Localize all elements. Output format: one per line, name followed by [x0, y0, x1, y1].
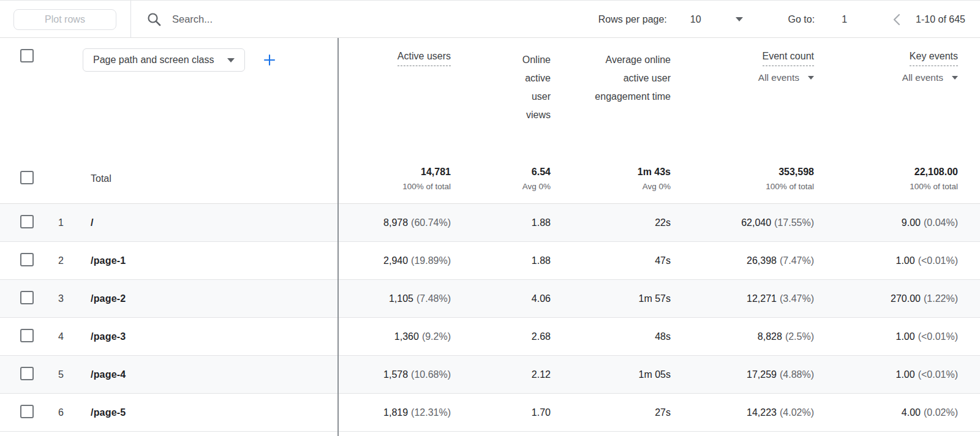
column-header-active-users[interactable]: Active users [338, 38, 451, 66]
row-checkbox[interactable] [20, 329, 34, 342]
metric-cell: 1.00(<0.01%) [814, 331, 980, 342]
metric-cell: 9.00(0.04%) [814, 217, 980, 228]
table-row: 3/page-21,105(7.48%)4.061m 57s12,271(3.4… [0, 280, 980, 318]
row-checkbox-cell [0, 329, 47, 345]
row-index: 1 [47, 217, 75, 228]
metric-cell: 8,978(60.74%) [338, 217, 451, 228]
row-checkbox[interactable] [20, 405, 34, 418]
search-bar [147, 1, 429, 38]
metric-cell: 2.12 [451, 369, 551, 380]
plot-rows-button[interactable]: Plot rows [13, 9, 116, 30]
table-toolbar: Plot rows Rows per page: 10 Go to: 1 1-1… [0, 0, 980, 38]
chevron-down-icon [808, 76, 814, 80]
chevron-down-icon [952, 76, 958, 80]
row-index: 3 [47, 293, 75, 304]
total-metric: 14,781 100% of total [338, 167, 451, 191]
metric-cell: 4.00(0.02%) [814, 407, 980, 418]
metric-cell: 62,040(17.55%) [671, 217, 814, 228]
metric-cell: 1.00(<0.01%) [814, 369, 980, 380]
metric-cell: 2.68 [451, 331, 551, 342]
row-checkbox[interactable] [20, 253, 34, 266]
row-checkbox-cell [0, 215, 47, 231]
column-header-online-active-user-views[interactable]: Online active user views [451, 38, 551, 124]
table-header-row: Page path and screen class Active users … [0, 38, 980, 154]
pagination-range: 1-10 of 645 [916, 14, 965, 25]
dimension-selector-label: Page path and screen class [93, 55, 214, 66]
pagination-controls: Rows per page: 10 Go to: 1 1-10 of 645 [598, 1, 980, 38]
table-body: 1/8,978(60.74%)1.8822s62,040(17.55%)9.00… [0, 204, 980, 432]
column-header-event-count[interactable]: Event count All events [671, 38, 814, 83]
row-checkbox-cell [0, 405, 47, 421]
total-metric: 353,598 100% of total [671, 167, 814, 191]
total-metric: 6.54 Avg 0% [451, 167, 551, 191]
row-checkbox-cell [0, 253, 47, 269]
row-index: 2 [47, 255, 75, 266]
previous-page-button[interactable] [892, 13, 901, 26]
page-path-value: /page-3 [75, 331, 338, 342]
go-to-label: Go to: [788, 14, 815, 25]
row-checkbox-cell [0, 367, 47, 383]
total-metric: 1m 43s Avg 0% [551, 167, 671, 191]
page-path-value: /page-1 [75, 255, 338, 266]
page-path-value: /page-4 [75, 369, 338, 380]
go-to-input[interactable]: 1 [842, 14, 847, 25]
chevron-down-icon [227, 58, 235, 62]
page-path-value: /page-5 [75, 407, 338, 418]
metric-cell: 1.00(<0.01%) [814, 255, 980, 266]
metric-cell: 1,360(9.2%) [338, 331, 451, 342]
metric-cell: 2,940(19.89%) [338, 255, 451, 266]
rows-per-page-dropdown-icon[interactable] [736, 17, 743, 21]
metric-cell: 1,105(7.48%) [338, 293, 451, 304]
row-index: 5 [47, 369, 75, 380]
metric-cell: 1m 57s [551, 293, 671, 304]
table-row: 2/page-12,940(19.89%)1.8847s26,398(7.47%… [0, 242, 980, 280]
metric-cell: 26,398(7.47%) [671, 255, 814, 266]
metric-cell: 270.00(1.22%) [814, 293, 980, 304]
total-row-checkbox[interactable] [20, 171, 34, 184]
metric-cell: 1.70 [451, 407, 551, 418]
page-path-value: / [75, 217, 338, 228]
dimension-header-cell: Page path and screen class [75, 38, 338, 72]
total-label: Total [75, 173, 338, 184]
metric-cell: 48s [551, 331, 671, 342]
event-count-filter-dropdown[interactable]: All events [671, 72, 814, 83]
total-checkbox-cell [0, 171, 47, 187]
metric-cell: 1.88 [451, 217, 551, 228]
dimension-metric-divider [337, 38, 339, 436]
dimension-selector-dropdown[interactable]: Page path and screen class [83, 48, 245, 72]
search-input[interactable] [172, 13, 429, 25]
row-checkbox[interactable] [20, 215, 34, 228]
total-row: Total 14,781 100% of total 6.54 Avg 0% 1… [0, 154, 980, 204]
row-checkbox[interactable] [20, 291, 34, 304]
metric-cell: 22s [551, 217, 671, 228]
metric-cell: 1.88 [451, 255, 551, 266]
column-header-avg-engagement-time[interactable]: Average online active user engagement ti… [551, 38, 671, 106]
metric-cell: 8,828(2.5%) [671, 331, 814, 342]
metric-cell: 12,271(3.47%) [671, 293, 814, 304]
metric-cell: 47s [551, 255, 671, 266]
rows-per-page-label: Rows per page: [598, 14, 667, 25]
metric-cell: 1,819(12.31%) [338, 407, 451, 418]
select-all-checkbox[interactable] [20, 49, 34, 62]
row-checkbox[interactable] [20, 367, 34, 380]
analytics-table-page: Plot rows Rows per page: 10 Go to: 1 1-1… [0, 0, 980, 436]
table-row: 5/page-41,578(10.68%)2.121m 05s17,259(4.… [0, 356, 980, 394]
column-header-key-events[interactable]: Key events All events [814, 38, 980, 83]
row-index: 4 [47, 331, 75, 342]
table-row: 6/page-51,819(12.31%)1.7027s14,223(4.02%… [0, 394, 980, 432]
metric-cell: 17,259(4.88%) [671, 369, 814, 380]
chevron-left-icon [892, 13, 901, 26]
metric-cell: 27s [551, 407, 671, 418]
search-icon [147, 12, 161, 26]
table-row: 4/page-31,360(9.2%)2.6848s8,828(2.5%)1.0… [0, 318, 980, 356]
page-path-value: /page-2 [75, 293, 338, 304]
rows-per-page-value[interactable]: 10 [690, 14, 701, 25]
add-dimension-button[interactable] [262, 53, 277, 67]
metric-cell: 1,578(10.68%) [338, 369, 451, 380]
row-index: 6 [47, 407, 75, 418]
total-metric: 22,108.00 100% of total [814, 167, 980, 191]
row-checkbox-cell [0, 291, 47, 307]
key-events-filter-dropdown[interactable]: All events [814, 72, 958, 83]
toolbar-divider [130, 1, 131, 38]
metric-cell: 4.06 [451, 293, 551, 304]
